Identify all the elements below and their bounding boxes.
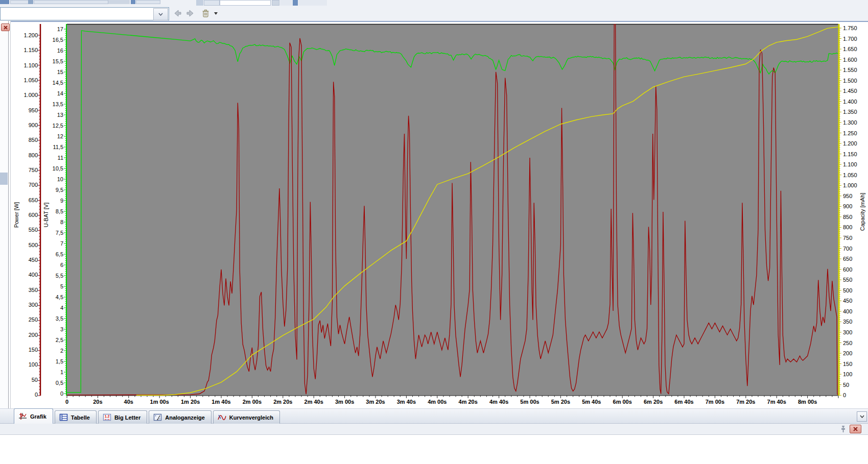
tab-kurvenvergleich[interactable]: Kurvenvergleich [213,410,280,424]
delete-button[interactable] [198,7,213,19]
capacity-tick-label: 50 [843,382,866,388]
window-fragment [28,0,33,4]
arrow-left-icon [174,10,182,17]
close-x-icon [4,26,8,30]
power-tick-label: 900 [12,122,38,128]
tab-analoganzeige[interactable]: Analoganzeige [149,410,212,424]
table-icon [59,413,68,421]
tab-overflow-button[interactable] [857,411,867,422]
capacity-tick-label: 500 [843,287,866,294]
window-fragment [298,0,327,6]
capacity-tick-label: 1.400 [843,99,866,105]
capacity-tick-label: 300 [843,329,866,335]
power-tick-label: 1.200 [12,32,38,38]
window-fragment [280,0,292,6]
ubat-tick-label: 14,5 [41,80,63,86]
ubat-tick-label: 12 [41,133,63,139]
capacity-tick-label: 250 [843,340,866,346]
power-tick-label: 450 [12,257,38,263]
ubat-tick-label: 10 [41,176,63,182]
capacity-tick-label: 1.700 [843,36,866,42]
capacity-axis-title: Capacity [mAh] [859,193,865,231]
combobox-input[interactable] [2,9,154,20]
sidebar-splitter[interactable] [8,21,9,408]
chevron-down-icon [860,415,864,418]
tab-big-letter[interactable]: 1.2Big Letter [98,410,147,424]
power-tick-label: 950 [12,107,38,113]
capacity-tick-label: 700 [843,246,866,252]
tab-label: Grafik [30,413,46,420]
ubat-tick-label: 5 [41,283,63,289]
time-tick-label: 1m 40s [205,399,238,405]
back-button[interactable] [172,7,184,19]
pin-button[interactable] [839,425,847,433]
time-tick-label: 1m 20s [174,399,207,405]
sidebar-collapsed-panel-button[interactable] [0,173,8,185]
power-tick-label: 500 [12,242,38,248]
chart-canvas[interactable] [0,21,868,408]
pin-icon [839,425,847,433]
big-letter-icon: 1.2 [103,413,111,421]
svg-text:1.2: 1.2 [105,414,110,418]
log-panel [0,435,868,464]
power-tick-label: 700 [12,182,38,188]
tab-label: Kurvenvergleich [229,414,273,421]
combobox-dropdown-button[interactable] [153,8,168,20]
window-fragment [0,0,9,4]
ubat-tick-label: 6 [41,262,63,268]
chevron-down-icon [158,13,163,16]
forward-button[interactable] [184,7,196,19]
view-tabbar: GrafikTabelle1.2Big LetterAnaloganzeigeK… [0,408,868,424]
ubat-tick-label: 17 [41,26,63,32]
time-tick-label: 2m 40s [297,399,330,405]
gauge-icon [153,413,162,421]
capacity-tick-label: 1.600 [843,57,866,63]
capacity-tick-label: 450 [843,298,866,304]
ubat-tick-label: 11 [41,155,63,161]
trash-icon [202,9,209,18]
time-tick-label: 4m 20s [452,399,484,405]
power-tick-label: 750 [12,167,38,173]
dataset-combobox[interactable] [0,7,169,20]
tab-tabelle[interactable]: Tabelle [55,410,97,424]
ubat-tick-label: 13,5 [41,101,63,107]
ubat-tick-label: 1 [41,369,63,375]
ubat-tick-label: 4,5 [41,294,63,300]
capacity-tick-label: 1.650 [843,46,866,52]
capacity-tick-label: 750 [843,235,866,241]
time-tick-label: 6m 20s [637,399,670,405]
capacity-tick-label: 1.150 [843,151,866,157]
time-tick-label: 3m 00s [329,399,361,405]
ubat-tick-label: 14 [41,90,63,96]
time-tick-label: 4m 00s [421,399,454,405]
capacity-tick-label: 1.200 [843,140,866,146]
ubat-tick-label: 4 [41,305,63,311]
log-panel-close-button[interactable] [850,425,861,433]
sidebar-close-button[interactable] [1,23,10,31]
time-tick-label: 4m 40s [483,399,515,405]
ubat-tick-label: 10,5 [41,165,63,172]
delete-options-button[interactable] [213,7,219,19]
power-tick-label: 300 [12,302,38,308]
chart-plot-layer [0,21,868,408]
window-fragment [136,0,160,4]
ubat-tick-label: 5,5 [41,273,63,279]
capacity-tick-label: 0 [843,392,866,398]
power-tick-label: 1.100 [12,62,38,68]
window-fragment [196,0,203,6]
ubat-tick-label: 7 [41,240,63,247]
time-tick-label: 5m 40s [575,399,608,405]
time-tick-label: 3m 40s [390,399,423,405]
tab-grafik[interactable]: Grafik [14,408,53,424]
power-tick-label: 50 [12,377,38,383]
power-tick-label: 1.000 [12,92,38,98]
capacity-tick-label: 1.300 [843,119,866,126]
power-axis-title: Power [W] [13,202,19,228]
capacity-tick-label: 1.450 [843,88,866,94]
capacity-tick-label: 1.500 [843,78,866,84]
time-tick-label: 40s [112,399,145,405]
ubat-tick-label: 16 [41,47,63,54]
ubat-tick-label: 3 [41,326,63,332]
power-tick-label: 850 [12,137,38,143]
ubat-tick-label: 12,5 [41,123,63,129]
